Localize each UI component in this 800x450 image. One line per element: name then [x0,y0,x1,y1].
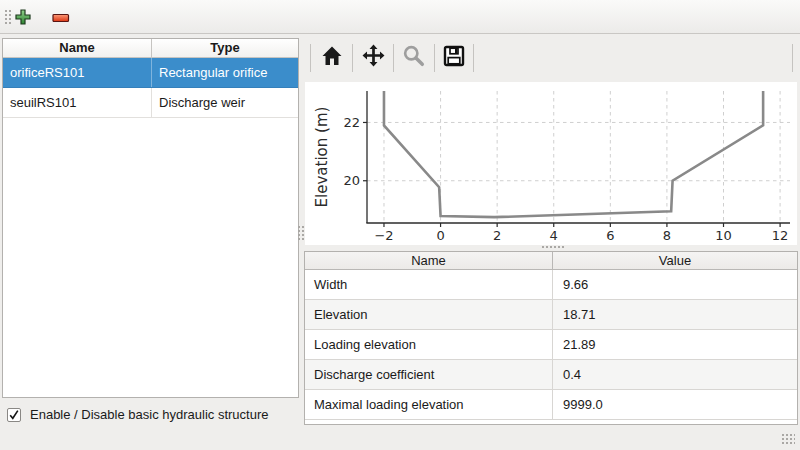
toolbar-separator [352,44,353,72]
svg-text:20: 20 [343,173,360,188]
vertical-splitter-handle[interactable] [297,225,304,242]
property-value[interactable]: 0.4 [553,360,797,389]
main-toolbar [0,0,800,34]
property-name: Discharge coefficient [305,360,553,389]
column-header-name[interactable]: Name [3,39,152,57]
structure-name: seuilRS101 [3,88,152,117]
pan-button[interactable] [356,39,390,75]
properties-table-header: Name Value [305,252,797,270]
toolbar-separator [310,44,311,72]
toolbar-separator [393,44,394,72]
window-resize-grip[interactable] [781,433,795,446]
minus-icon [52,11,70,26]
property-row-loading-elevation[interactable]: Loading elevation 21.89 [305,330,797,360]
structure-name: orificeRS101 [3,58,152,87]
property-name: Width [305,270,553,299]
checkbox-label: Enable / Disable basic hydraulic structu… [30,408,268,422]
pan-icon [362,44,385,70]
property-row-discharge-coefficient[interactable]: Discharge coefficient 0.4 [305,360,797,390]
svg-text:6: 6 [606,228,614,243]
properties-table: Name Value Width 9.66 Elevation 18.71 Lo… [304,251,798,425]
cross-section-plot[interactable]: Elevation (m) −20246810122022 [305,82,797,245]
svg-text:22: 22 [343,115,360,130]
property-row-width[interactable]: Width 9.66 [305,270,797,300]
property-row-maximal-loading-elevation[interactable]: Maximal loading elevation 9999.0 [305,390,797,420]
home-button[interactable] [315,39,349,75]
structure-type: Rectangular orifice [152,58,298,87]
svg-text:12: 12 [772,228,789,243]
property-name: Elevation [305,300,553,329]
plot-canvas[interactable]: −20246810122022 [305,82,797,245]
plot-toolbar [305,36,797,82]
table-row-weir[interactable]: seuilRS101 Discharge weir [3,88,298,118]
property-value[interactable]: 21.89 [553,330,797,359]
home-icon [321,45,343,70]
property-name: Loading elevation [305,330,553,359]
svg-text:−2: −2 [374,228,393,243]
table-row-orifice[interactable]: orificeRS101 Rectangular orifice [3,58,298,88]
svg-text:0: 0 [436,228,444,243]
svg-text:4: 4 [550,228,558,243]
save-button[interactable] [437,39,471,75]
property-value[interactable]: 9999.0 [553,390,797,419]
add-structure-button[interactable] [10,7,36,29]
svg-text:8: 8 [663,228,671,243]
structure-type: Discharge weir [152,88,298,117]
column-header-value[interactable]: Value [553,252,797,269]
property-value[interactable]: 9.66 [553,270,797,299]
check-icon [8,409,20,421]
property-name: Maximal loading elevation [305,390,553,419]
save-icon [443,45,465,70]
column-header-type[interactable]: Type [152,39,298,57]
checkbox-box[interactable] [7,408,21,422]
toolbar-separator [473,44,474,72]
svg-text:10: 10 [715,228,732,243]
horizontal-splitter-handle[interactable] [541,245,566,250]
toolbar-separator [434,44,435,72]
structures-table: Name Type orificeRS101 Rectangular orifi… [2,38,299,398]
property-value[interactable]: 18.71 [553,300,797,329]
column-header-name[interactable]: Name [305,252,553,269]
toolbar-separator [792,44,793,72]
property-row-elevation[interactable]: Elevation 18.71 [305,300,797,330]
svg-text:2: 2 [493,228,501,243]
enable-structure-checkbox[interactable]: Enable / Disable basic hydraulic structu… [7,406,268,424]
structures-table-header: Name Type [3,39,298,58]
remove-structure-button[interactable] [48,7,74,29]
zoom-icon [402,44,426,71]
zoom-button[interactable] [397,39,431,75]
plus-icon [15,9,31,28]
